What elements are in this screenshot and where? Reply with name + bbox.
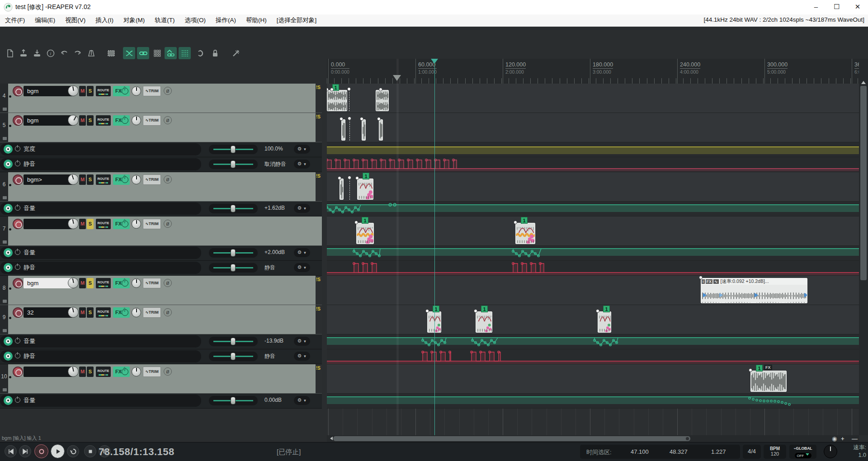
- zoom-out-button[interactable]: —: [852, 435, 858, 442]
- media-item[interactable]: [515, 223, 535, 244]
- stop-button[interactable]: [84, 445, 96, 457]
- track-name-field[interactable]: bgm: [24, 278, 72, 288]
- play-button[interactable]: [51, 444, 65, 458]
- menu-item-3[interactable]: 视图(V): [60, 14, 90, 26]
- item-badge-∿[interactable]: ∿: [713, 279, 719, 284]
- media-item[interactable]: [356, 223, 374, 244]
- envelope-bypass-icon[interactable]: [15, 264, 20, 270]
- envelope-bypass-icon[interactable]: [15, 353, 20, 358]
- playrate-label[interactable]: 速率:1.0: [841, 444, 866, 459]
- slider-thumb[interactable]: [231, 205, 236, 212]
- envelope-value-slider[interactable]: [209, 263, 258, 273]
- track-name-field[interactable]: bgm: [24, 86, 72, 96]
- media-item[interactable]: [379, 119, 383, 141]
- item-fx-badge[interactable]: FX: [764, 365, 772, 370]
- width-knob[interactable]: [132, 278, 141, 288]
- track-header-8[interactable]: 8bgmMSROUTEFX∿TRIMø!S: [0, 276, 322, 305]
- power-icon[interactable]: [122, 309, 128, 316]
- slider-thumb[interactable]: [231, 160, 236, 168]
- arrange-envelope-row-vol7[interactable]: [327, 246, 859, 261]
- horizontal-scrollbar[interactable]: [327, 435, 859, 442]
- snap-to-grid-icon[interactable]: [179, 47, 191, 59]
- metronome-icon[interactable]: [85, 47, 97, 59]
- scroll-left-icon[interactable]: [328, 437, 333, 440]
- pan-knob[interactable]: [68, 218, 79, 229]
- item-fade-handle[interactable]: [514, 221, 517, 224]
- project-settings-icon[interactable]: i: [44, 47, 57, 59]
- record-arm-button[interactable]: [13, 86, 23, 96]
- arrange-track-row-9[interactable]: [327, 305, 859, 334]
- envelope-header-vol10[interactable]: 音量0.00dB⚙ ▼: [0, 394, 322, 409]
- phase-button[interactable]: ø: [164, 220, 172, 228]
- width-knob[interactable]: [132, 175, 141, 184]
- power-icon[interactable]: [122, 221, 128, 227]
- phase-button[interactable]: ø: [164, 279, 172, 287]
- zoom-in-button[interactable]: +: [841, 435, 844, 442]
- route-button[interactable]: ROUTE: [96, 367, 111, 377]
- menu-item-6[interactable]: 轨道(T): [150, 14, 179, 26]
- fx-button[interactable]: FX: [113, 174, 130, 185]
- open-project-icon[interactable]: [17, 47, 29, 59]
- envelope-link-icon[interactable]: [165, 47, 177, 59]
- menu-item-5[interactable]: 对象(M): [118, 14, 150, 26]
- slider-thumb[interactable]: [231, 264, 236, 272]
- lock-icon[interactable]: [209, 47, 221, 59]
- media-item[interactable]: iFX∿ [速率:0.092 +10.2dB]...: [701, 278, 807, 303]
- record-arm-button[interactable]: [13, 115, 23, 126]
- track-header-6[interactable]: 6bgm>MSROUTEFX∿TRIMø!S: [0, 172, 322, 202]
- envelope-settings-button[interactable]: ⚙ ▼: [294, 337, 310, 346]
- track-header-10[interactable]: 10MSROUTEFX∿TRIMø!S: [0, 364, 322, 394]
- arrange-view[interactable]: 1111iFX∿ [速率:0.092 +10.2dB]...1111FX: [327, 84, 859, 435]
- pan-knob[interactable]: [68, 307, 79, 318]
- arrange-envelope-row-mute9[interactable]: [327, 349, 859, 364]
- power-icon[interactable]: [122, 280, 128, 287]
- route-button[interactable]: ROUTE: [96, 219, 111, 229]
- envelope-header-mute7[interactable]: 静音静音⚙ ▼: [0, 261, 322, 276]
- phase-button[interactable]: ø: [164, 175, 172, 183]
- envelope-point-handle[interactable]: [348, 176, 351, 179]
- envelope-settings-button[interactable]: ⚙ ▼: [294, 248, 310, 257]
- width-knob[interactable]: [132, 86, 141, 96]
- save-project-icon[interactable]: [31, 47, 43, 59]
- arrange-track-row-7[interactable]: [327, 216, 859, 246]
- mute-button[interactable]: M: [79, 307, 86, 318]
- menu-item-9[interactable]: 帮助(H): [241, 14, 272, 26]
- envelope-point-handle[interactable]: [348, 117, 351, 120]
- track-header-7[interactable]: 7MSROUTEFX∿TRIMø: [0, 216, 322, 246]
- arrange-envelope-row-mute7[interactable]: [327, 261, 859, 276]
- item-fade-handle[interactable]: [340, 117, 343, 121]
- envelope-value-slider[interactable]: [209, 248, 258, 258]
- envelope-header-vol9[interactable]: 音量-13.9dB⚙ ▼: [0, 334, 322, 349]
- bpm-box[interactable]: BPM 120: [764, 445, 786, 459]
- envelope-settings-button[interactable]: ⚙ ▼: [294, 263, 310, 272]
- timeline-ruler[interactable]: 0.0000:00.00060.0001:00.000120.0002:00.0…: [327, 59, 859, 84]
- envelope-settings-button[interactable]: ⚙ ▼: [294, 145, 310, 154]
- menu-item-7[interactable]: 选项(O): [180, 14, 211, 26]
- envelope-active-icon[interactable]: [4, 352, 13, 361]
- repeat-button[interactable]: [67, 445, 79, 457]
- record-arm-button[interactable]: [13, 307, 23, 318]
- record-arm-button[interactable]: [13, 174, 23, 185]
- minimize-button[interactable]: –: [806, 0, 826, 14]
- route-button[interactable]: ROUTE: [96, 307, 111, 318]
- item-badge-i[interactable]: i: [702, 279, 705, 284]
- envelope-header-width[interactable]: 宽度100.0%⚙ ▼: [0, 142, 322, 157]
- slider-thumb[interactable]: [231, 353, 236, 360]
- trim-button[interactable]: ∿TRIM: [143, 86, 161, 96]
- pan-knob[interactable]: [68, 278, 79, 288]
- item-fade-handle[interactable]: [354, 221, 358, 224]
- track-name-field[interactable]: bgm>: [24, 174, 72, 185]
- arrange-envelope-row-width[interactable]: [327, 142, 859, 157]
- track-name-field[interactable]: bgm: [24, 115, 72, 126]
- time-selection-length[interactable]: 1.227: [711, 448, 726, 455]
- media-item[interactable]: [341, 119, 345, 141]
- mute-button[interactable]: M: [79, 367, 86, 377]
- envelope-value-slider[interactable]: [209, 145, 258, 154]
- mute-button[interactable]: M: [79, 278, 86, 288]
- phase-button[interactable]: ø: [164, 367, 172, 376]
- track-name-field[interactable]: [24, 367, 72, 377]
- hzoom-play-button[interactable]: ◉: [832, 435, 837, 442]
- media-item[interactable]: [340, 179, 344, 200]
- global-automation-value[interactable]: OFF: [795, 453, 811, 458]
- item-fade-handle[interactable]: [749, 368, 752, 372]
